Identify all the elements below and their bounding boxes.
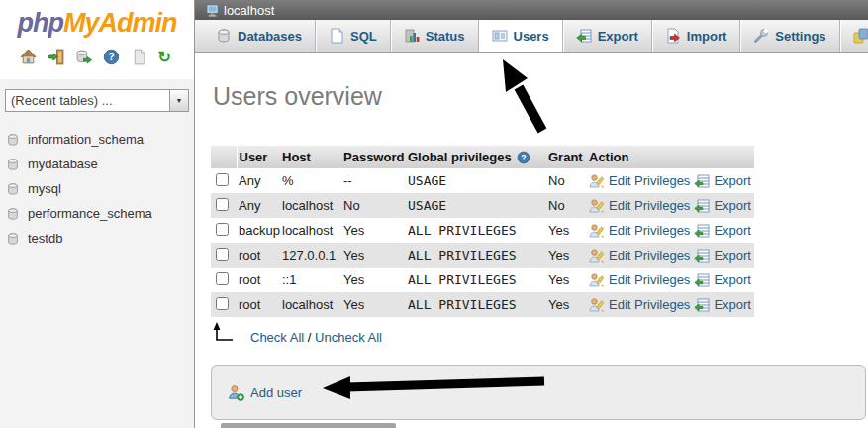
add-user-icon: [228, 384, 244, 401]
row-checkbox[interactable]: [216, 297, 229, 310]
user-cell: Any: [237, 193, 280, 218]
edit-privileges-icon: [589, 272, 605, 288]
database-name: performance_schema: [28, 206, 152, 221]
sql-icon: [329, 28, 344, 44]
export-row-icon: [694, 223, 710, 239]
main-content: Users overview User Host Password Global…: [195, 53, 868, 428]
edit-privileges-icon: [589, 173, 605, 189]
table-row: Any localhost No USAGE No Edit Privilege…: [211, 193, 754, 218]
server-name[interactable]: localhost: [224, 3, 274, 18]
tab-synchronize[interactable]: Synchron: [840, 20, 868, 52]
logo-block: phpMyAdmin ? ↻: [0, 0, 194, 79]
refresh-icon[interactable]: ↻: [158, 49, 175, 65]
navigation-sidebar: phpMyAdmin ? ↻ (R: [0, 0, 195, 428]
export-user-link[interactable]: Export: [714, 297, 751, 312]
sidebar-item-mydatabase[interactable]: mydatabase: [0, 152, 194, 176]
table-row: root 127.0.0.1 Yes ALL PRIVILEGES Yes Ed…: [211, 243, 754, 268]
row-checkbox[interactable]: [216, 223, 229, 236]
host-cell: ::1: [280, 268, 341, 292]
edit-privileges-icon: [589, 248, 605, 264]
add-user-link[interactable]: Add user: [250, 385, 302, 400]
sidebar-item-testdb[interactable]: testdb: [0, 226, 194, 251]
check-all-link[interactable]: Check All: [250, 330, 304, 345]
edit-privileges-icon: [589, 297, 605, 313]
logout-icon[interactable]: [48, 49, 64, 65]
edit-privileges-link[interactable]: Edit Privileges: [609, 173, 690, 188]
database-icon: [6, 133, 20, 147]
phpmyadmin-logo[interactable]: phpMyAdmin: [0, 8, 194, 39]
database-icon: [6, 207, 20, 221]
privileges-cell: USAGE: [406, 193, 546, 218]
grant-cell: Yes: [546, 292, 587, 317]
database-name: testdb: [28, 231, 62, 246]
page-title: Users overview: [213, 82, 382, 111]
sidebar-item-performance-schema[interactable]: performance_schema: [0, 201, 194, 226]
password-cell: Yes: [341, 218, 406, 243]
edit-privileges-link[interactable]: Edit Privileges: [609, 223, 690, 238]
export-user-link[interactable]: Export: [714, 198, 751, 213]
status-icon: [404, 28, 420, 44]
row-checkbox[interactable]: [216, 248, 229, 261]
edit-privileges-link[interactable]: Edit Privileges: [609, 297, 690, 312]
tab-export[interactable]: Export: [563, 20, 652, 52]
home-icon[interactable]: [20, 49, 37, 65]
tab-databases[interactable]: Databases: [203, 20, 316, 52]
col-user: User: [237, 146, 280, 168]
sql-window-icon[interactable]: [75, 49, 92, 65]
add-user-fieldset: Add user: [211, 365, 866, 420]
tab-users[interactable]: Users: [479, 20, 563, 52]
server-icon: [206, 3, 221, 18]
row-checkbox[interactable]: [216, 198, 229, 211]
export-row-icon: [694, 248, 710, 264]
database-name: information_schema: [28, 132, 144, 147]
host-cell: localhost: [280, 193, 341, 218]
export-row-icon: [694, 272, 710, 288]
documentation-icon[interactable]: [131, 49, 147, 65]
grant-cell: No: [546, 193, 587, 218]
footer-bar: [221, 423, 396, 428]
edit-privileges-icon: [589, 223, 605, 239]
export-user-link[interactable]: Export: [714, 223, 751, 238]
user-cell: root: [237, 243, 280, 268]
database-name: mysql: [28, 181, 61, 196]
tab-settings[interactable]: Settings: [740, 20, 839, 52]
logo-php-text: php: [18, 8, 63, 38]
table-row: root ::1 Yes ALL PRIVILEGES Yes Edit Pri…: [211, 268, 754, 292]
sidebar-item-information-schema[interactable]: information_schema: [0, 127, 194, 152]
table-row: root localhost Yes ALL PRIVILEGES Yes Ed…: [211, 292, 754, 317]
col-password: Password: [341, 146, 406, 168]
row-checkbox[interactable]: [216, 173, 229, 186]
svg-text:?: ?: [108, 51, 114, 62]
privileges-cell: ALL PRIVILEGES: [406, 218, 546, 243]
dropdown-arrow-icon[interactable]: ▼: [169, 90, 188, 111]
privileges-help-icon[interactable]: ?: [517, 151, 530, 164]
tab-sql[interactable]: SQL: [316, 20, 391, 52]
edit-privileges-link[interactable]: Edit Privileges: [609, 198, 690, 213]
table-row: backup localhost Yes ALL PRIVILEGES Yes …: [211, 218, 754, 243]
help-icon[interactable]: ?: [103, 49, 120, 65]
col-action: Action: [587, 146, 754, 168]
password-cell: Yes: [341, 243, 406, 268]
password-cell: --: [341, 168, 406, 193]
main-tab-bar: Databases SQL Status Users Export Import…: [195, 20, 868, 53]
password-cell: Yes: [341, 292, 406, 317]
edit-privileges-link[interactable]: Edit Privileges: [609, 272, 690, 287]
edit-privileges-link[interactable]: Edit Privileges: [609, 248, 690, 263]
export-user-link[interactable]: Export: [714, 173, 751, 188]
sidebar-item-mysql[interactable]: mysql: [0, 176, 194, 201]
grant-cell: Yes: [546, 218, 587, 243]
tab-import[interactable]: Import: [652, 20, 740, 52]
export-row-icon: [694, 173, 710, 189]
database-icon: [6, 158, 20, 171]
uncheck-all-link[interactable]: Uncheck All: [315, 330, 382, 345]
table-row: Any % -- USAGE No Edit PrivilegesExport: [211, 168, 754, 193]
export-user-link[interactable]: Export: [714, 248, 751, 263]
recent-tables-select[interactable]: (Recent tables) ... ▼: [5, 89, 189, 112]
row-checkbox[interactable]: [216, 272, 229, 285]
col-privileges: Global privileges?: [406, 146, 546, 168]
table-header-row: User Host Password Global privileges? Gr…: [211, 146, 754, 168]
export-icon: [576, 28, 592, 44]
tab-status[interactable]: Status: [391, 20, 479, 52]
database-name: mydatabase: [28, 157, 98, 171]
export-user-link[interactable]: Export: [714, 272, 751, 287]
